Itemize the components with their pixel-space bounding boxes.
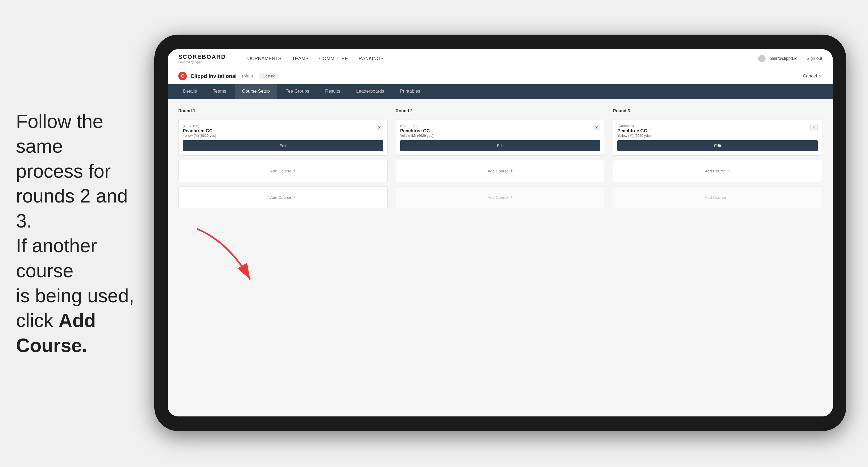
edit-course-r1[interactable]: Edit [183, 140, 383, 151]
course-label-r3: (Course A) [617, 124, 651, 128]
tournament-type: (Men) [242, 74, 253, 79]
hosting-badge: Hosting [259, 73, 278, 79]
tab-course-setup[interactable]: Course Setup [235, 84, 277, 99]
instruction-line4: If another course [16, 235, 97, 282]
user-email: blair@clippd.io [770, 56, 798, 61]
cancel-button[interactable]: Cancel ✕ [803, 73, 822, 79]
tablet-screen: SCOREBOARD Powered by clippd TOURNAMENTS… [168, 49, 833, 416]
round-2-column: Round 2 (Course A) Peachtree GC Yellow (… [396, 108, 605, 208]
tab-printables[interactable]: Printables [393, 84, 428, 99]
plus-icon-r2-2: + [510, 194, 513, 200]
course-details-r2: Yellow (M) (6629 yds) [400, 133, 433, 137]
cancel-label: Cancel [803, 73, 817, 79]
round-1-label: Round 1 [178, 108, 388, 113]
sub-header: C Clippd Invitational (Men) Hosting Canc… [168, 68, 833, 84]
nav-links: TOURNAMENTS TEAMS COMMITTEE RANKINGS [245, 55, 745, 63]
course-card-header-r3: (Course A) Peachtree GC Yellow (M) (6629… [617, 124, 818, 137]
add-course-r1-1[interactable]: Add Course + [178, 160, 388, 182]
course-label-r2: (Course A) [400, 124, 433, 128]
round-2-label: Round 2 [396, 108, 605, 113]
round-3-label: Round 3 [613, 108, 822, 113]
course-name-r2: Peachtree GC [400, 128, 433, 133]
plus-icon-r1-1: + [293, 168, 296, 174]
instruction-text: Follow the same process for rounds 2 and… [0, 98, 165, 369]
course-details-r1: Yellow (M) (6629 yds) [183, 133, 216, 137]
main-content: Round 1 (Course A) Peachtree GC Yellow (… [168, 99, 833, 416]
separator: | [802, 56, 803, 61]
course-label-r1: (Course A) [183, 124, 216, 128]
instruction-line3: rounds 2 and 3. [16, 185, 128, 231]
instruction-line2: process for [16, 160, 111, 182]
add-course-text-r1-1: Add Course + [270, 168, 296, 174]
tab-details[interactable]: Details [176, 84, 204, 99]
tab-teams[interactable]: Teams [206, 84, 234, 99]
add-course-text-r3-1: Add Course + [705, 168, 731, 174]
round-1-course-card: (Course A) Peachtree GC Yellow (M) (6629… [178, 119, 388, 156]
course-info: (Course A) Peachtree GC Yellow (M) (6629… [183, 124, 216, 137]
nav-right: blair@clippd.io | Sign out [758, 55, 822, 62]
logo-title: SCOREBOARD [178, 54, 226, 60]
round-3-course-card: (Course A) Peachtree GC Yellow (M) (6629… [613, 119, 822, 156]
nav-tournaments[interactable]: TOURNAMENTS [245, 55, 282, 63]
close-icon: ✕ [818, 73, 822, 79]
instruction-line6-prefix: click [16, 310, 59, 331]
round-3-column: Round 3 (Course A) Peachtree GC Yellow (… [613, 108, 822, 208]
add-course-text-r3-2: Add Course + [705, 194, 731, 200]
logo-area: SCOREBOARD Powered by clippd [178, 54, 226, 64]
course-info-r3: (Course A) Peachtree GC Yellow (M) (6629… [617, 124, 651, 137]
plus-icon-r3-2: + [727, 194, 731, 200]
delete-course-r1[interactable]: ✕ [376, 124, 383, 131]
course-name-r1: Peachtree GC [183, 128, 216, 133]
tab-results[interactable]: Results [318, 84, 348, 99]
add-course-r2-1[interactable]: Add Course + [396, 160, 605, 182]
nav-committee[interactable]: COMMITTEE [319, 55, 348, 63]
nav-teams[interactable]: TEAMS [292, 55, 309, 63]
top-nav: SCOREBOARD Powered by clippd TOURNAMENTS… [168, 49, 833, 68]
clippd-logo: C [178, 72, 187, 81]
tournament-name: Clippd Invitational [190, 73, 237, 79]
add-course-r2-2: Add Course + [396, 186, 605, 208]
add-course-r1-2[interactable]: Add Course + [178, 186, 388, 208]
course-card-header: (Course A) Peachtree GC Yellow (M) (6629… [183, 124, 383, 137]
course-card-header-r2: (Course A) Peachtree GC Yellow (M) (6629… [400, 124, 600, 137]
sign-out-link[interactable]: Sign out [807, 56, 822, 61]
delete-course-r2[interactable]: ✕ [593, 124, 600, 131]
course-info-r2: (Course A) Peachtree GC Yellow (M) (6629… [400, 124, 433, 137]
delete-course-r3[interactable]: ✕ [810, 124, 818, 131]
avatar [758, 55, 766, 62]
plus-icon-r2-1: + [510, 168, 513, 174]
instruction-line5: is being used, [16, 285, 134, 306]
sub-header-left: C Clippd Invitational (Men) Hosting [178, 72, 279, 81]
add-course-text-r2-1: Add Course + [488, 168, 513, 174]
plus-icon-r3-1: + [727, 168, 731, 174]
add-course-r3-1[interactable]: Add Course + [613, 160, 822, 182]
tablet-frame: SCOREBOARD Powered by clippd TOURNAMENTS… [154, 35, 846, 431]
edit-course-r3[interactable]: Edit [617, 140, 818, 151]
logo-subtitle: Powered by clippd [178, 60, 226, 64]
add-course-text-r1-2: Add Course + [270, 194, 296, 200]
round-1-column: Round 1 (Course A) Peachtree GC Yellow (… [178, 108, 388, 208]
add-course-r3-2: Add Course + [613, 186, 822, 208]
tab-bar: Details Teams Course Setup Tee Groups Re… [168, 84, 833, 99]
course-details-r3: Yellow (M) (6629 yds) [617, 133, 651, 137]
rounds-grid: Round 1 (Course A) Peachtree GC Yellow (… [178, 108, 822, 208]
course-name-r3: Peachtree GC [617, 128, 651, 133]
tab-tee-groups[interactable]: Tee Groups [278, 84, 317, 99]
plus-icon-r1-2: + [293, 194, 296, 200]
edit-course-r2[interactable]: Edit [400, 140, 600, 151]
add-course-text-r2-2: Add Course + [488, 194, 513, 200]
nav-rankings[interactable]: RANKINGS [359, 55, 384, 63]
round-2-course-card: (Course A) Peachtree GC Yellow (M) (6629… [396, 119, 605, 156]
tab-leaderboards[interactable]: Leaderboards [349, 84, 392, 99]
instruction-line1: Follow the same [16, 111, 103, 157]
